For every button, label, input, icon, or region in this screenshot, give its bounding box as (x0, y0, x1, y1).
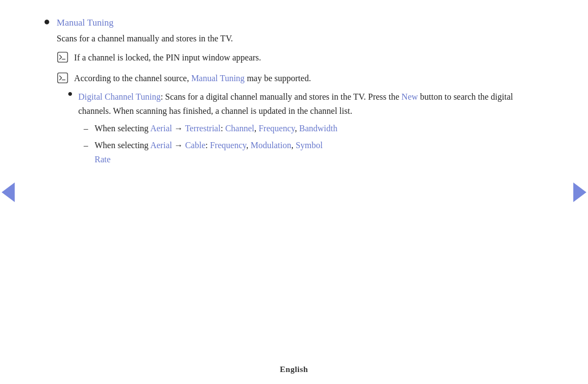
cable-prefix: When selecting (95, 141, 150, 150)
digital-channel-tuning-title: Digital Channel Tuning (78, 92, 161, 101)
note-icon-1 (57, 51, 69, 66)
digital-desc-prefix: : Scans for a digital channel manually a… (161, 92, 401, 101)
dash-2: – (84, 138, 88, 153)
note-icon-2 (57, 72, 69, 87)
bullet-dot: ● (44, 15, 50, 28)
sub-sub-bullet-section: – When selecting Aerial → Terrestrial: C… (84, 121, 544, 167)
nav-left-arrow[interactable] (0, 179, 16, 206)
note2-suffix: may be supported. (244, 74, 311, 83)
main-bullet-manual-tuning: ● Manual Tuning Scans for a channel manu… (44, 16, 544, 173)
terrestrial-text: When selecting Aerial → Terrestrial: Cha… (95, 121, 544, 136)
sub-bullet-digital: ● Digital Channel Tuning: Scans for a di… (68, 90, 544, 169)
right-arrow-icon (573, 182, 586, 202)
sub-bullet-section: ● Digital Channel Tuning: Scans for a di… (68, 90, 544, 169)
svg-rect-2 (58, 73, 68, 83)
cable-frequency-link: Frequency (210, 141, 247, 150)
cable-text: When selecting Aerial → Cable: Frequency… (95, 138, 544, 166)
left-arrow-icon (2, 182, 15, 202)
cable-aerial-link: Aerial (150, 141, 172, 150)
sub-sub-bullet-cable: – When selecting Aerial → Cable: Frequen… (84, 138, 544, 166)
terrestrial-arrow: → (172, 124, 185, 133)
cable-modulation-link: Modulation (250, 141, 291, 150)
note-block-1: If a channel is locked, the PIN input wi… (57, 51, 544, 66)
nav-right-arrow[interactable] (572, 179, 588, 206)
terrestrial-colon: : (220, 124, 225, 133)
note-text-2: According to the channel source, Manual … (74, 71, 311, 86)
terrestrial-bandwidth-link: Bandwidth (299, 124, 337, 133)
page-container: ● Manual Tuning Scans for a channel manu… (0, 0, 588, 384)
sub-bullet-dot: ● (68, 89, 73, 99)
dash-1: – (84, 121, 88, 136)
note-block-2: According to the channel source, Manual … (57, 71, 544, 87)
main-bullet-content: Manual Tuning Scans for a channel manual… (57, 16, 544, 173)
footer: English (0, 358, 588, 384)
note-text-1: If a channel is locked, the PIN input wi… (74, 51, 261, 65)
terrestrial-aerial-link: Aerial (150, 124, 172, 133)
manual-tuning-description: Scans for a channel manually and stores … (57, 32, 544, 46)
manual-tuning-title: Manual Tuning (57, 16, 544, 29)
terrestrial-frequency-link: Frequency (259, 124, 295, 133)
sub-sub-bullet-terrestrial: – When selecting Aerial → Terrestrial: C… (84, 121, 544, 136)
cable-colon: : (205, 141, 210, 150)
footer-language: English (280, 365, 308, 374)
digital-channel-tuning-text: Digital Channel Tuning: Scans for a digi… (78, 90, 544, 169)
cable-link: Cable (185, 141, 205, 150)
note2-prefix: According to the channel source, (74, 74, 191, 83)
content-area: ● Manual Tuning Scans for a channel manu… (0, 0, 588, 358)
terrestrial-link: Terrestrial (185, 124, 221, 133)
note2-link: Manual Tuning (191, 74, 244, 83)
cable-comma2: , (291, 141, 296, 150)
svg-rect-0 (58, 52, 68, 62)
cable-arrow: → (172, 141, 185, 150)
terrestrial-channel-link: Channel (225, 124, 254, 133)
terrestrial-prefix: When selecting (95, 124, 150, 133)
terrestrial-comma1: , (254, 124, 259, 133)
digital-desc-link: New (401, 92, 418, 101)
